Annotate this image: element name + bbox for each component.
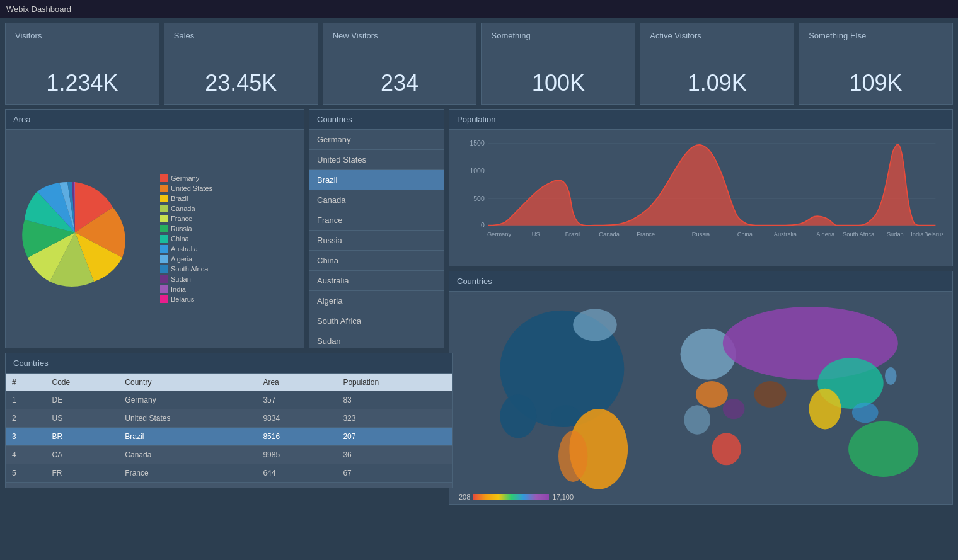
area-chart-area: Germany United States Brazil Canada Fran… <box>6 130 304 348</box>
table-cell: 644 <box>257 464 337 483</box>
legend-color <box>160 255 168 263</box>
country-list-item[interactable]: France <box>309 210 444 231</box>
table-cell: 4 <box>6 446 46 464</box>
country-list-item[interactable]: Sudan <box>309 331 444 348</box>
svg-text:South Africa: South Africa <box>843 231 875 237</box>
svg-text:France: France <box>637 231 655 237</box>
legend-item: India <box>160 285 212 293</box>
table-cell: Brazil <box>118 428 257 446</box>
countries-list[interactable]: GermanyUnited StatesBrazilCanadaFranceRu… <box>309 130 444 348</box>
svg-text:1500: 1500 <box>470 139 484 147</box>
pop-chart-area: 1500 1000 500 0 Germany US Brazil Canada… <box>449 130 952 266</box>
area-panel: Area <box>5 109 304 348</box>
legend-color <box>160 215 168 222</box>
legend-label: Australia <box>171 245 198 253</box>
stat-card-new-visitors: New Visitors 234 <box>323 23 477 105</box>
map-legend-max: 17,100 <box>552 493 574 501</box>
stat-value-sales: 23.45K <box>174 70 308 96</box>
pie-chart <box>12 169 151 308</box>
population-header: Population <box>449 110 952 130</box>
stat-value-something: 100K <box>491 70 625 96</box>
right-panels: Population 1500 1000 500 0 <box>449 109 953 348</box>
legend-label: China <box>171 235 189 243</box>
table-cell: 5 <box>6 464 46 483</box>
pie-legend: Germany United States Brazil Canada Fran… <box>160 174 212 303</box>
stats-row: Visitors 1.234K Sales 23.45K New Visitor… <box>5 23 953 105</box>
world-map-svg <box>453 295 949 501</box>
legend-label: South Africa <box>171 265 208 273</box>
table-cell: 83 <box>337 391 452 409</box>
table-cell: 357 <box>257 391 337 409</box>
table-cell: US <box>46 409 119 428</box>
table-row[interactable]: 5FRFrance64467 <box>6 464 452 483</box>
country-list-item[interactable]: China <box>309 251 444 271</box>
legend-color <box>160 225 168 232</box>
area-panel-header: Area <box>6 110 304 130</box>
country-list-item[interactable]: Canada <box>309 190 444 210</box>
table-cell: FR <box>46 464 119 483</box>
legend-label: France <box>171 215 192 222</box>
stat-card-sales: Sales 23.45K <box>164 23 318 105</box>
table-panel: Countries #CodeCountryAreaPopulation 1DE… <box>5 353 453 488</box>
table-cell: United States <box>118 409 257 428</box>
table-header: Area <box>257 374 337 391</box>
table-cell: 207 <box>337 428 452 446</box>
legend-color <box>160 265 168 273</box>
legend-label: India <box>171 285 186 293</box>
stat-label-something-else: Something Else <box>809 31 943 40</box>
table-row[interactable]: 2USUnited States9834323 <box>6 409 452 428</box>
country-list-item[interactable]: South Africa <box>309 311 444 331</box>
svg-text:Belarus: Belarus <box>924 231 943 237</box>
table-cell: 67 <box>337 464 452 483</box>
svg-text:Germany: Germany <box>487 231 512 237</box>
legend-color <box>160 285 168 293</box>
table-cell: CA <box>46 446 119 464</box>
table-scroll[interactable]: #CodeCountryAreaPopulation 1DEGermany357… <box>6 374 452 488</box>
svg-text:Russia: Russia <box>692 231 710 237</box>
legend-item: China <box>160 235 212 243</box>
table-cell: 36 <box>337 446 452 464</box>
map-legend: 208 17,100 <box>459 493 574 501</box>
table-cell: 9834 <box>257 409 337 428</box>
country-list-item[interactable]: Australia <box>309 271 444 291</box>
titlebar-label: Webix Dashboard <box>6 4 71 14</box>
legend-color <box>160 174 168 182</box>
legend-label: Russia <box>171 225 192 232</box>
countries-list-panel: Countries GermanyUnited StatesBrazilCana… <box>309 109 444 348</box>
stat-card-something: Something 100K <box>481 23 635 105</box>
country-list-item[interactable]: Russia <box>309 231 444 251</box>
svg-point-24 <box>500 394 536 438</box>
table-header: Code <box>46 374 119 391</box>
country-list-item[interactable]: Brazil <box>309 170 444 190</box>
table-row[interactable]: 3BRBrazil8516207 <box>6 428 452 446</box>
table-header: Country <box>118 374 257 391</box>
legend-label: Brazil <box>171 195 188 202</box>
legend-item: Russia <box>160 225 212 232</box>
stat-label-something: Something <box>491 31 625 40</box>
svg-point-39 <box>852 402 879 422</box>
stat-value-something-else: 109K <box>809 70 943 96</box>
table-row[interactable]: 6RURussia17100144 <box>6 483 452 488</box>
svg-text:500: 500 <box>473 195 485 202</box>
table-row[interactable]: 4CACanada998536 <box>6 446 452 464</box>
population-svg: 1500 1000 500 0 Germany US Brazil Canada… <box>459 136 943 263</box>
legend-label: Canada <box>171 205 195 212</box>
stat-label-new-visitors: New Visitors <box>333 31 467 40</box>
legend-item: Sudan <box>160 275 212 283</box>
table-header: Population <box>337 374 452 391</box>
country-list-item[interactable]: United States <box>309 150 444 170</box>
country-list-item[interactable]: Germany <box>309 130 444 150</box>
country-list-item[interactable]: Algeria <box>309 291 444 311</box>
table-row[interactable]: 1DEGermany35783 <box>6 391 452 409</box>
legend-color <box>160 185 168 192</box>
svg-point-27 <box>558 431 587 482</box>
svg-text:China: China <box>737 231 753 237</box>
table-cell: 8516 <box>257 428 337 446</box>
middle-row: Area <box>5 109 953 348</box>
legend-label: Algeria <box>171 255 192 263</box>
svg-text:Australia: Australia <box>774 231 797 237</box>
legend-color <box>160 295 168 303</box>
legend-color <box>160 235 168 243</box>
table-cell: 3 <box>6 428 46 446</box>
legend-label: United States <box>171 185 212 192</box>
